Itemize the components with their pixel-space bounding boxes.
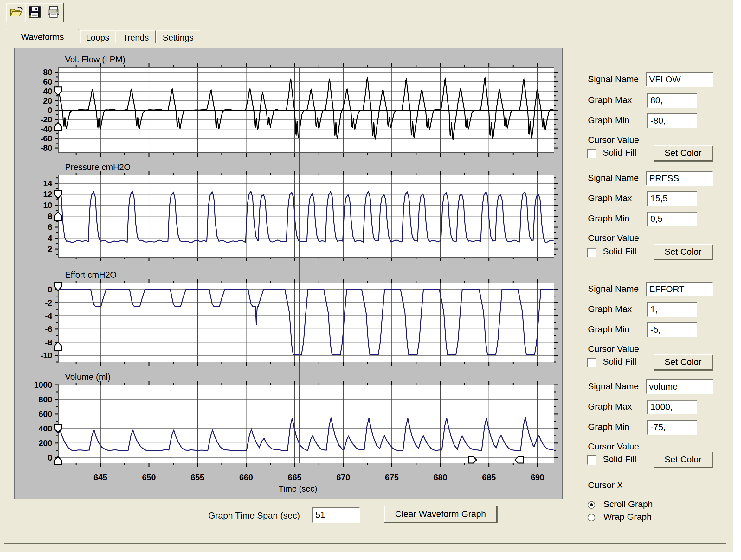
graph-max-input-1[interactable] bbox=[647, 93, 697, 108]
svg-text:200: 200 bbox=[39, 438, 52, 448]
svg-text:685: 685 bbox=[482, 473, 496, 482]
svg-text:675: 675 bbox=[385, 473, 398, 482]
scroll-graph-radio[interactable] bbox=[588, 501, 595, 509]
solid-fill-label-1: Solid Fill bbox=[603, 148, 636, 158]
set-color-button-2[interactable]: Set Color bbox=[654, 244, 713, 260]
svg-text:0: 0 bbox=[48, 105, 52, 115]
signal-name-label-1: Signal Name bbox=[588, 74, 638, 84]
cursor-value-label-4: Cursor Value bbox=[588, 442, 639, 452]
signal-name-label-3: Signal Name bbox=[588, 284, 638, 294]
x-axis-label: Time (sec) bbox=[279, 484, 317, 493]
solid-fill-checkbox-2[interactable] bbox=[587, 248, 597, 257]
print-button[interactable] bbox=[44, 3, 63, 22]
signal-name-input-1[interactable] bbox=[646, 72, 713, 87]
set-color-button-4[interactable]: Set Color bbox=[654, 452, 713, 468]
svg-text:-80: -80 bbox=[40, 143, 52, 153]
graph-min-input-1[interactable] bbox=[647, 113, 697, 128]
waveform-charts[interactable]: 806040200-20-40-60-80Vol. Flow (LPM)1412… bbox=[14, 48, 562, 498]
graph-min-label-3: Graph Min bbox=[588, 324, 629, 334]
chart-title-1: Pressure cmH2O bbox=[65, 162, 131, 172]
signal-name-input-4[interactable] bbox=[646, 380, 713, 394]
solid-fill-checkbox-1[interactable] bbox=[587, 149, 597, 158]
svg-text:12: 12 bbox=[43, 189, 52, 199]
cursor-value-label-3: Cursor Value bbox=[588, 344, 639, 354]
svg-text:645: 645 bbox=[93, 473, 107, 482]
wrap-graph-label: Wrap Graph bbox=[603, 512, 652, 522]
svg-text:-60: -60 bbox=[40, 134, 52, 143]
floppy-disk-icon bbox=[28, 5, 42, 20]
svg-text:600: 600 bbox=[39, 409, 52, 419]
open-file-button[interactable] bbox=[6, 3, 26, 22]
clear-waveform-button[interactable]: Clear Waveform Graph bbox=[384, 505, 497, 523]
signal-name-input-2[interactable] bbox=[646, 171, 713, 186]
svg-text:-20: -20 bbox=[40, 115, 52, 124]
svg-text:660: 660 bbox=[239, 473, 253, 482]
graph-max-label-3: Graph Max bbox=[588, 304, 632, 314]
svg-text:665: 665 bbox=[288, 473, 301, 482]
svg-text:-10: -10 bbox=[40, 351, 52, 360]
graph-min-input-3[interactable] bbox=[647, 322, 697, 337]
solid-fill-label-3: Solid Fill bbox=[603, 356, 636, 367]
svg-text:800: 800 bbox=[39, 395, 52, 404]
tab-trends-label: Trends bbox=[122, 33, 149, 43]
signal-name-input-3[interactable] bbox=[646, 282, 713, 297]
graph-min-label-4: Graph Min bbox=[588, 422, 629, 432]
graph-min-input-4[interactable] bbox=[647, 420, 697, 434]
svg-text:1000: 1000 bbox=[34, 380, 52, 390]
save-file-button[interactable] bbox=[25, 3, 45, 22]
svg-text:60: 60 bbox=[43, 77, 52, 86]
svg-text:14: 14 bbox=[43, 179, 52, 188]
cursor-value-label-2: Cursor Value bbox=[588, 233, 639, 243]
tab-settings-label: Settings bbox=[162, 33, 194, 43]
set-color-button-3[interactable]: Set Color bbox=[654, 354, 713, 370]
chart-title-2: Effort cmH2O bbox=[65, 270, 117, 280]
svg-text:8: 8 bbox=[48, 212, 52, 221]
svg-text:40: 40 bbox=[43, 86, 52, 96]
svg-text:0: 0 bbox=[48, 285, 52, 294]
solid-fill-label-2: Solid Fill bbox=[603, 246, 636, 256]
scroll-graph-label: Scroll Graph bbox=[603, 499, 653, 509]
svg-text:400: 400 bbox=[39, 424, 52, 433]
signal-name-label-4: Signal Name bbox=[588, 381, 638, 392]
graph-max-label-2: Graph Max bbox=[588, 193, 632, 204]
svg-text:650: 650 bbox=[142, 473, 156, 482]
signal-name-label-2: Signal Name bbox=[588, 173, 638, 183]
svg-text:80: 80 bbox=[43, 68, 52, 77]
time-span-input[interactable] bbox=[312, 507, 360, 523]
svg-text:-6: -6 bbox=[45, 324, 52, 334]
graph-max-input-3[interactable] bbox=[647, 302, 697, 317]
graph-min-label-1: Graph Min bbox=[588, 115, 629, 126]
cursor-value-label-1: Cursor Value bbox=[588, 135, 639, 145]
svg-text:4: 4 bbox=[48, 233, 53, 243]
solid-fill-label-4: Solid Fill bbox=[603, 454, 636, 464]
tab-loops-label: Loops bbox=[86, 33, 109, 43]
svg-text:670: 670 bbox=[336, 473, 350, 482]
chart-title-0: Vol. Flow (LPM) bbox=[65, 55, 126, 64]
app-window: Waveforms Loops Trends Settings 80604020… bbox=[0, 0, 733, 552]
svg-text:20: 20 bbox=[43, 96, 52, 105]
svg-text:0: 0 bbox=[48, 453, 52, 463]
svg-text:6: 6 bbox=[48, 222, 52, 232]
svg-text:680: 680 bbox=[433, 473, 447, 482]
graph-min-label-2: Graph Min bbox=[588, 214, 629, 224]
time-span-label: Graph Time Span (sec) bbox=[208, 510, 300, 521]
cursor-x-label: Cursor X bbox=[588, 480, 623, 490]
svg-text:-8: -8 bbox=[45, 338, 52, 347]
graph-max-input-4[interactable] bbox=[647, 400, 697, 414]
solid-fill-checkbox-3[interactable] bbox=[587, 358, 597, 368]
tab-waveforms[interactable]: Waveforms bbox=[6, 29, 79, 45]
svg-text:10: 10 bbox=[43, 201, 52, 210]
tab-waveforms-label: Waveforms bbox=[21, 32, 64, 42]
printer-icon bbox=[47, 5, 60, 20]
graph-max-label-1: Graph Max bbox=[588, 95, 632, 105]
svg-text:2: 2 bbox=[48, 244, 52, 254]
graph-min-input-2[interactable] bbox=[647, 212, 697, 226]
app-root: { "toolbar": { "buttons": [ {"name": "op… bbox=[0, 0, 741, 560]
solid-fill-checkbox-4[interactable] bbox=[587, 456, 597, 465]
plot-area-3 bbox=[59, 385, 554, 463]
chart-title-3: Volume (ml) bbox=[65, 372, 111, 382]
graph-max-input-2[interactable] bbox=[647, 191, 697, 206]
graph-max-label-4: Graph Max bbox=[588, 402, 632, 412]
wrap-graph-radio[interactable] bbox=[588, 514, 595, 522]
set-color-button-1[interactable]: Set Color bbox=[654, 145, 713, 161]
